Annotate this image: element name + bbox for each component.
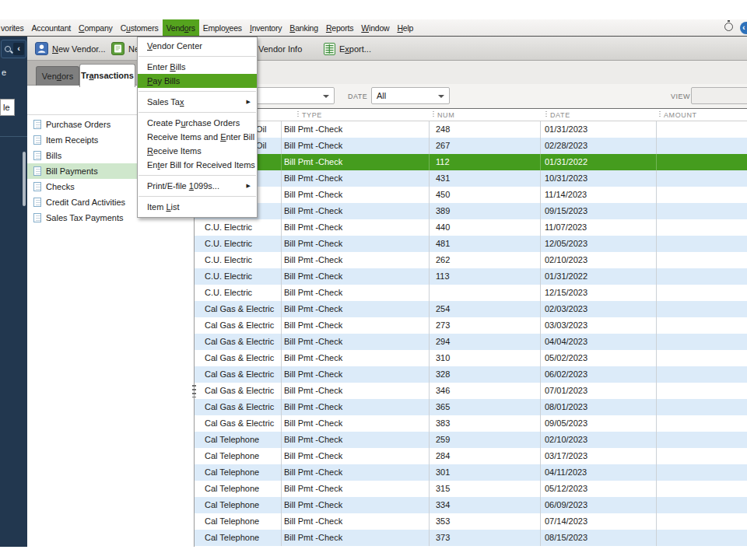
cell-num: 334 <box>430 497 541 513</box>
collapse-chevron-icon[interactable]: ‹ <box>13 43 24 55</box>
stopwatch-icon[interactable] <box>724 23 733 31</box>
table-row[interactable]: Bill Pmt -Check 431 10/31/2023 <box>195 170 747 187</box>
cell-amount <box>657 350 747 366</box>
cell-date: 05/12/2023 <box>541 481 657 497</box>
cell-type: Bill Pmt -Check <box>282 301 430 317</box>
column-header-date[interactable]: DATE <box>541 109 657 121</box>
table-row[interactable]: Cal Telephone Bill Pmt -Check 259 02/10/… <box>195 432 747 448</box>
table-row[interactable]: Cal Gas & Electric Bill Pmt -Check 328 0… <box>195 366 747 383</box>
cell-num: 262 <box>430 252 541 268</box>
table-row[interactable]: Cal Gas & Electric Bill Pmt -Check 273 0… <box>195 317 747 334</box>
cell-amount <box>657 383 747 399</box>
menu-item-label: rchase Orders <box>186 118 240 128</box>
table-row[interactable]: C.U. Electric Bill Pmt -Check 262 02/10/… <box>195 252 747 268</box>
app-window: vorites Accountant Company Customers Ven… <box>0 0 747 560</box>
menu-item-mnemonic: E <box>220 132 226 142</box>
table-row[interactable]: C.U. Electric Bill Pmt -Check 440 11/07/… <box>195 219 747 236</box>
menubar-item[interactable]: Customers <box>117 19 163 36</box>
cell-vendor-name: Cal Gas & Electric <box>195 415 282 432</box>
cell-type: Bill Pmt -Check <box>282 334 430 350</box>
table-row[interactable]: Cal Gas & Electric Bill Pmt -Check 310 0… <box>195 350 747 366</box>
menu-item[interactable]: Pay Bills▶ <box>138 74 257 88</box>
table-row[interactable]: Cal Telephone Bill Pmt -Check 353 07/14/… <box>195 513 747 530</box>
cell-type: Bill Pmt -Check <box>282 268 430 285</box>
menu-item-label: Item <box>147 202 166 212</box>
column-header-type[interactable]: TYPE <box>282 109 430 121</box>
export-button[interactable]: Export... <box>324 37 371 61</box>
column-grip-icon <box>545 111 547 118</box>
search-box[interactable]: ‹ <box>1 40 26 58</box>
menubar-item-mnemonic: W <box>361 23 369 33</box>
table-row[interactable]: Cal Gas & Electric Bill Pmt -Check 254 0… <box>195 301 747 317</box>
menu-item[interactable]: Enter Bills▶ <box>138 60 257 74</box>
view-dropdown[interactable] <box>691 87 747 104</box>
menu-item[interactable]: Receive Items▶ <box>138 144 257 158</box>
menubar-item[interactable]: vorites <box>0 19 28 36</box>
column-header-amount[interactable]: AMOUNT <box>657 109 747 121</box>
table-row[interactable]: Bayshore CalOil Bill Pmt -Check 248 01/3… <box>195 121 747 138</box>
document-icon <box>33 198 41 207</box>
menubar-item[interactable]: Help <box>393 19 417 36</box>
cell-vendor-name: Cal Telephone <box>195 432 282 448</box>
menu-item-mnemonic: B <box>170 62 175 72</box>
table-row[interactable]: Cal Gas & Electric Bill Pmt -Check 346 0… <box>195 383 747 399</box>
table-row[interactable]: Cal Gas & Electric Bill Pmt -Check 383 0… <box>195 415 747 432</box>
menubar-item[interactable]: Accountant <box>28 19 75 36</box>
menubar-item[interactable]: Reports <box>322 19 357 36</box>
table-row[interactable]: Cal Telephone Bill Pmt -Check 373 08/15/… <box>195 530 747 546</box>
tab-transactions[interactable]: Transactions <box>79 64 135 87</box>
table-row[interactable]: C.U. Electric Bill Pmt -Check 113 01/31/… <box>195 268 747 285</box>
date-filter-dropdown[interactable]: All <box>371 87 450 104</box>
menu-item-label: Receive Items and <box>147 132 220 142</box>
panel-splitter-handle[interactable] <box>192 385 196 397</box>
cell-vendor-name: Cal Gas & Electric <box>195 334 282 350</box>
menu-item[interactable]: Receive Items and Enter Bill▶ <box>138 130 257 144</box>
blue-back-arrow-icon[interactable]: ‹ <box>740 22 747 34</box>
menubar-right-icons: ‹ <box>721 19 747 37</box>
cell-num: 310 <box>430 350 541 366</box>
menu-item[interactable]: Vendor Center▶ <box>138 39 257 53</box>
cell-amount <box>657 334 747 350</box>
menu-item[interactable]: Enter Bill for Received Items▶ <box>138 158 257 172</box>
table-row[interactable]: Cal Telephone Bill Pmt -Check 315 05/12/… <box>195 481 747 497</box>
table-row[interactable]: Cal Gas & Electric Bill Pmt -Check 365 0… <box>195 399 747 415</box>
table-row[interactable]: Bayshore CalOil Bill Pmt -Check 267 02/2… <box>195 138 747 154</box>
table-row[interactable]: Bill Pmt -Check 389 09/15/2023 <box>195 203 747 219</box>
table-row[interactable]: Cal Telephone Bill Pmt -Check 284 03/17/… <box>195 448 747 464</box>
vendor-info-button[interactable]: Vendor Info <box>258 37 302 61</box>
table-row[interactable]: Bill Pmt -Check 450 11/14/2023 <box>195 187 747 203</box>
cell-amount <box>657 301 747 317</box>
menubar-item[interactable]: Window <box>357 19 393 36</box>
table-row[interactable]: Cal Gas & Electric Bill Pmt -Check 294 0… <box>195 334 747 350</box>
menubar-item-label: vorites <box>1 23 24 33</box>
table-row[interactable]: C.U. Electric Bill Pmt -Check 481 12/05/… <box>195 236 747 252</box>
menu-item-label: er Bill for Received Items <box>160 160 255 170</box>
menubar-item[interactable]: Vendors <box>163 19 199 36</box>
table-row[interactable]: Cal Telephone Bill Pmt -Check 301 04/11/… <box>195 464 747 481</box>
table-row[interactable]: C.U. Electric Bill Pmt -Check 12/15/2023 <box>195 285 747 301</box>
menu-item[interactable]: Create Purchase Orders▶ <box>138 116 257 130</box>
menu-item[interactable]: Item List▶ <box>138 200 257 214</box>
document-icon <box>33 120 41 129</box>
cell-type: Bill Pmt -Check <box>282 383 430 399</box>
cell-date: 02/10/2023 <box>541 252 657 268</box>
cell-num: 248 <box>430 121 541 138</box>
table-row[interactable]: Cal Telephone Bill Pmt -Check 334 06/09/… <box>195 497 747 513</box>
menubar-item-label: indow <box>369 23 389 33</box>
column-header-num[interactable]: NUM <box>430 109 541 121</box>
cell-type: Bill Pmt -Check <box>282 121 430 138</box>
tab-vendors[interactable]: Vendors <box>36 66 79 86</box>
table-row[interactable]: Bill Pmt -Check 112 01/31/2022 <box>195 154 747 170</box>
menubar-item[interactable]: Employees <box>199 19 246 36</box>
cell-vendor-name: Cal Telephone <box>195 481 282 497</box>
menubar-item[interactable]: Banking <box>286 19 322 36</box>
cell-amount <box>657 285 747 301</box>
menu-item[interactable]: Sales Tax▶ <box>138 95 257 109</box>
scrollbar-thumb[interactable] <box>23 152 26 206</box>
menubar-item[interactable]: Inventory <box>246 19 286 36</box>
menubar-item-mnemonic: H <box>397 23 402 33</box>
cell-type: Bill Pmt -Check <box>282 513 430 530</box>
new-vendor-button[interactable]: New Vendor... <box>35 37 106 61</box>
menubar-item[interactable]: Company <box>75 19 117 36</box>
menu-item[interactable]: Print/E-file 1099s...▶ <box>138 179 257 193</box>
